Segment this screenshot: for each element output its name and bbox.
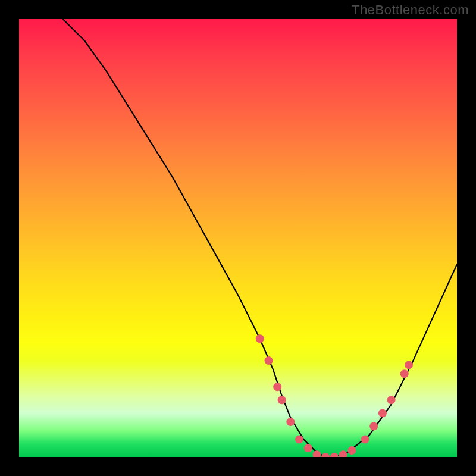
data-marker — [273, 383, 281, 391]
data-marker — [278, 396, 286, 404]
chart-svg — [19, 19, 457, 457]
data-marker — [339, 450, 347, 457]
data-marker — [313, 450, 321, 457]
data-marker — [304, 444, 312, 452]
data-marker — [256, 334, 264, 343]
chart-plot-area — [19, 19, 457, 457]
data-marker — [387, 396, 396, 404]
data-marker — [295, 436, 303, 444]
data-marker — [286, 418, 295, 426]
data-marker — [330, 453, 339, 457]
data-marker — [361, 436, 369, 444]
watermark-text: TheBottleneck.com — [352, 2, 469, 18]
data-marker — [378, 409, 387, 417]
data-marker — [347, 446, 356, 455]
data-marker — [321, 453, 330, 457]
data-marker — [400, 369, 409, 378]
data-marker — [405, 361, 413, 369]
data-marker — [369, 422, 378, 431]
curve-line — [63, 19, 457, 457]
curve-markers — [256, 334, 413, 457]
data-marker — [265, 356, 273, 365]
